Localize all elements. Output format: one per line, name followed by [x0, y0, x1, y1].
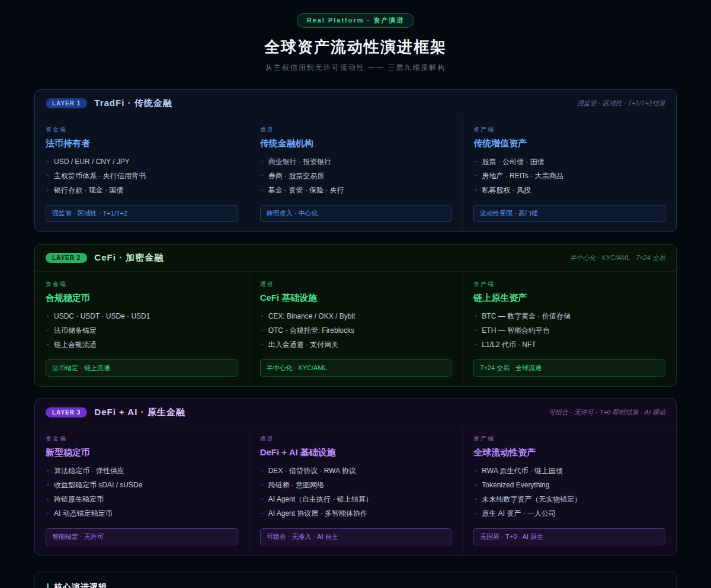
column-item-list: RWA 原生代币 · 链上国债 Tokenized Everything 未来纯… [473, 464, 665, 520]
list-item: 股票 · 公司债 · 国债 [473, 155, 665, 169]
column-kicker: 资金端 [46, 280, 238, 288]
layer-card-cefi: LAYER 2 CeFi · 加密金融 半中心化 · KYC/AML · 7×2… [34, 244, 677, 387]
layer-card-defi-ai: LAYER 3 DeFi + AI · 原生金融 可组合 · 无许可 · T+0… [34, 399, 677, 555]
layer-title: TradFi · 传统金融 [94, 98, 172, 109]
layer-title: CeFi · 加密金融 [94, 252, 164, 264]
list-item: DEX · 借贷协议 · RWA 协议 [260, 464, 452, 478]
list-item: 商业银行 · 投资银行 [260, 155, 452, 169]
layer-title: DeFi + AI · 原生金融 [94, 407, 185, 418]
layer-badge: LAYER 2 [46, 253, 87, 263]
list-item: USD / EUR / CNY / JPY [46, 155, 238, 169]
page: Real Platform · 资产演进 全球资产流动性演进框架 从主权信用到无… [34, 0, 677, 588]
column-tag: 7×24 交易 · 全球流通 [473, 359, 665, 377]
page-subtitle: 从主权信用到无许可流动性 —— 三层九维度解构 [34, 63, 677, 73]
layer-badge: LAYER 1 [46, 98, 87, 108]
list-item: OTC · 合规托管: Fireblocks [260, 323, 452, 338]
logic-title-row: 核心演进逻辑 [47, 582, 664, 588]
column-item-list: 股票 · 公司债 · 国债 房地产 · REITs · 大宗商品 私募股权 · … [473, 155, 665, 197]
column-kicker: 资金端 [46, 126, 238, 134]
layer-meta: 半中心化 · KYC/AML · 7×24 交易 [570, 253, 665, 262]
layer-body: 资金端 新型稳定币 算法稳定币 · 弹性供应 收益型稳定币 sDAI / sUS… [35, 426, 676, 555]
page-title: 全球资产流动性演进框架 [34, 37, 677, 57]
list-item: AI 动态锚定稳定币 [46, 506, 238, 520]
column-item-list: USDC · USDT · USDe · USD1 法币储备锚定 链上合规流通 [46, 309, 238, 352]
column-item-list: 商业银行 · 投资银行 券商 · 股票交易所 基金 · 资管 · 保险 · 央行 [260, 155, 452, 197]
layer-header: LAYER 3 DeFi + AI · 原生金融 可组合 · 无许可 · T+0… [35, 399, 676, 426]
column-tag: 强监管 · 区域性 · T+1/T+2 [46, 205, 238, 222]
column-kicker: 资产端 [473, 280, 665, 288]
column-kicker: 通道 [260, 435, 452, 443]
list-item: 出入金通道 · 支付网关 [260, 338, 452, 352]
list-item: CEX: Binance / OKX / Bybit [260, 309, 452, 323]
column-kicker: 资产端 [473, 435, 665, 443]
logic-section: 核心演进逻辑 ▣ 资金形态 主权法币 → 合规稳定币 → AI 动态稳定币 锚定… [34, 571, 677, 588]
list-item: 跨链桥 · 意图网络 [260, 478, 452, 492]
column-item-list: BTC — 数字黄金 · 价值存储 ETH — 智能合约平台 L1/L2 代币 … [473, 309, 665, 352]
column-tag: 智能锚定 · 无许可 [46, 528, 238, 545]
column-asset-side: 资产端 链上原生资产 BTC — 数字黄金 · 价值存储 ETH — 智能合约平… [462, 272, 676, 386]
column-tag: 法币锚定 · 链上流通 [46, 359, 238, 377]
column-item-list: USD / EUR / CNY / JPY 主权货币体系 · 央行信用背书 银行… [46, 155, 238, 197]
layer-body: 资金端 法币持有者 USD / EUR / CNY / JPY 主权货币体系 ·… [35, 117, 676, 232]
platform-badge: Real Platform · 资产演进 [297, 13, 415, 28]
list-item: 链上合规流通 [46, 338, 238, 352]
column-kicker: 资金端 [46, 435, 238, 443]
column-channel: 通道 传统金融机构 商业银行 · 投资银行 券商 · 股票交易所 基金 · 资管… [249, 117, 463, 232]
column-title: 法币持有者 [46, 138, 238, 149]
layer-meta: 可组合 · 无许可 · T+0 即时结算 · AI 驱动 [549, 408, 665, 417]
column-funds-side: 资金端 合规稳定币 USDC · USDT · USDe · USD1 法币储备… [35, 272, 249, 386]
accent-bar [47, 583, 49, 588]
list-item: 算法稳定币 · 弹性供应 [46, 464, 238, 478]
column-title: 新型稳定币 [46, 447, 238, 458]
column-title: 传统增值资产 [473, 138, 665, 149]
list-item: USDC · USDT · USDe · USD1 [46, 309, 238, 323]
list-item: ETH — 智能合约平台 [473, 323, 665, 338]
list-item: Tokenized Everything [473, 478, 665, 492]
layer-header: LAYER 1 TradFi · 传统金融 强监管 · 区域性 · T+1/T+… [35, 90, 676, 117]
list-item: 原生 AI 资产 · 一人公司 [473, 506, 665, 520]
layer-meta: 强监管 · 区域性 · T+1/T+2结算 [577, 99, 665, 108]
column-tag: 半中心化 · KYC/AML [260, 359, 452, 377]
layer-card-tradfi: LAYER 1 TradFi · 传统金融 强监管 · 区域性 · T+1/T+… [34, 89, 677, 232]
column-kicker: 通道 [260, 126, 452, 134]
list-item: 跨链原生稳定币 [46, 492, 238, 506]
list-item: L1/L2 代币 · NFT [473, 338, 665, 352]
page-header: Real Platform · 资产演进 全球资产流动性演进框架 从主权信用到无… [34, 13, 677, 73]
column-channel: 通道 CeFi 基础设施 CEX: Binance / OKX / Bybit … [249, 272, 463, 386]
column-title: 传统金融机构 [260, 138, 452, 149]
list-item: 法币储备锚定 [46, 323, 238, 338]
column-title: DeFi + AI 基础设施 [260, 447, 452, 458]
column-kicker: 通道 [260, 280, 452, 288]
column-item-list: 算法稳定币 · 弹性供应 收益型稳定币 sDAI / sUSDe 跨链原生稳定币… [46, 464, 238, 520]
list-item: BTC — 数字黄金 · 价值存储 [473, 309, 665, 323]
column-tag: 牌照准入 · 中心化 [260, 205, 452, 222]
column-title: 全球流动性资产 [473, 447, 665, 458]
list-item: AI Agent（自主执行 · 链上结算） [260, 492, 452, 506]
list-item: 基金 · 资管 · 保险 · 央行 [260, 183, 452, 197]
list-item: 未来纯数字资产（无实物锚定） [473, 492, 665, 506]
column-asset-side: 资产端 传统增值资产 股票 · 公司债 · 国债 房地产 · REITs · 大… [462, 117, 676, 232]
list-item: RWA 原生代币 · 链上国债 [473, 464, 665, 478]
list-item: 银行存款 · 现金 · 国债 [46, 183, 238, 197]
column-tag: 流动性受限 · 高门槛 [473, 205, 665, 222]
list-item: 房地产 · REITs · 大宗商品 [473, 169, 665, 183]
column-item-list: DEX · 借贷协议 · RWA 协议 跨链桥 · 意图网络 AI Agent（… [260, 464, 452, 520]
column-tag: 可组合 · 无准入 · AI 自主 [260, 528, 452, 545]
column-title: CeFi 基础设施 [260, 293, 452, 304]
list-item: 收益型稳定币 sDAI / sUSDe [46, 478, 238, 492]
list-item: 私募股权 · 风投 [473, 183, 665, 197]
column-tag: 无国界 · T+0 · AI 原生 [473, 528, 665, 545]
column-title: 合规稳定币 [46, 293, 238, 304]
logic-section-title: 核心演进逻辑 [54, 582, 107, 588]
layer-header: LAYER 2 CeFi · 加密金融 半中心化 · KYC/AML · 7×2… [35, 245, 676, 272]
column-channel: 通道 DeFi + AI 基础设施 DEX · 借贷协议 · RWA 协议 跨链… [249, 426, 463, 555]
column-asset-side: 资产端 全球流动性资产 RWA 原生代币 · 链上国债 Tokenized Ev… [462, 426, 676, 555]
column-title: 链上原生资产 [473, 293, 665, 304]
list-item: 券商 · 股票交易所 [260, 169, 452, 183]
layer-body: 资金端 合规稳定币 USDC · USDT · USDe · USD1 法币储备… [35, 272, 676, 386]
layer-badge: LAYER 3 [46, 407, 87, 417]
column-kicker: 资产端 [473, 126, 665, 134]
column-item-list: CEX: Binance / OKX / Bybit OTC · 合规托管: F… [260, 309, 452, 352]
list-item: AI Agent 协议层 · 多智能体协作 [260, 506, 452, 520]
column-funds-side: 资金端 新型稳定币 算法稳定币 · 弹性供应 收益型稳定币 sDAI / sUS… [35, 426, 249, 555]
